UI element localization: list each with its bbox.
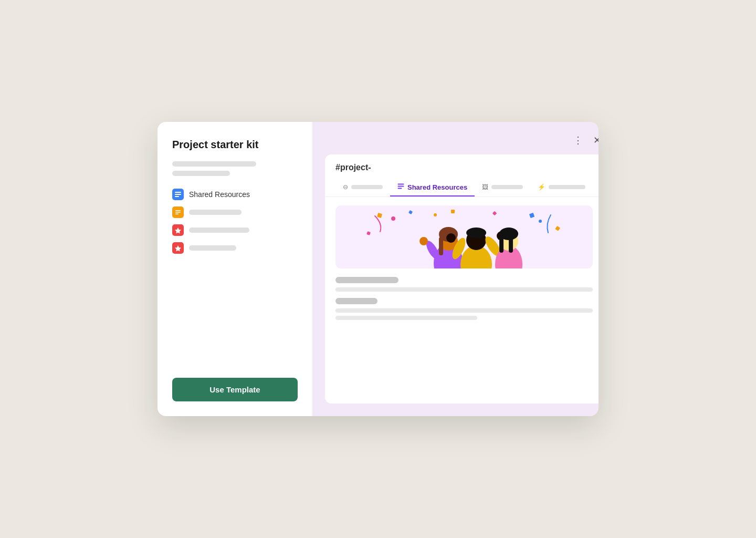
tab-4-skeleton [549, 185, 585, 189]
left-panel: Project starter kit Shared Resources [158, 122, 312, 416]
tab-3[interactable]: 🖼 [475, 179, 530, 196]
more-icon: ⋮ [573, 134, 583, 146]
tab-1[interactable]: ⊖ [335, 179, 390, 196]
content-title-1 [335, 277, 398, 283]
tab-shared-resources-icon [397, 183, 404, 191]
preview-window: #project- ⊖ [325, 154, 598, 404]
svg-rect-4 [175, 212, 181, 213]
tab-shared-resources-label: Shared Resources [407, 183, 467, 191]
svg-rect-1 [175, 194, 181, 195]
list-item[interactable]: Shared Resources [172, 189, 298, 200]
svg-rect-3 [175, 210, 181, 211]
list-item[interactable] [172, 206, 298, 218]
shared-resources-icon [172, 189, 184, 200]
svg-rect-38 [499, 236, 503, 253]
item-3-icon [172, 224, 184, 236]
tab-1-skeleton [351, 185, 383, 189]
skeleton-text-3 [189, 227, 249, 233]
preview-tabs: ⊖ Shared Resources [335, 179, 593, 196]
svg-marker-6 [175, 227, 181, 234]
svg-rect-39 [509, 236, 513, 253]
right-panel: ⋮ ✕ #project- ⊖ [312, 122, 598, 416]
svg-rect-10 [398, 188, 402, 189]
svg-rect-5 [175, 214, 178, 215]
preview-channel-bar: #project- ⊖ [325, 154, 598, 197]
svg-point-19 [391, 216, 395, 221]
content-block-2 [335, 298, 593, 320]
svg-rect-8 [398, 184, 404, 185]
svg-rect-0 [175, 192, 181, 193]
close-button[interactable]: ✕ [591, 132, 598, 148]
svg-rect-2 [175, 196, 179, 197]
sidebar-item-label: Shared Resources [189, 190, 250, 199]
sidebar-items-list: Shared Resources [172, 189, 298, 378]
modal-container: Project starter kit Shared Resources [158, 122, 598, 416]
content-title-2 [335, 298, 377, 304]
close-icon: ✕ [593, 134, 598, 146]
svg-rect-14 [451, 210, 455, 213]
tab-3-icon: 🖼 [482, 183, 488, 191]
svg-point-30 [466, 227, 486, 238]
modal-title: Project starter kit [172, 139, 298, 151]
list-item[interactable] [172, 224, 298, 236]
svg-point-27 [419, 237, 428, 245]
celebration-banner [335, 205, 593, 268]
skeleton-lines [172, 161, 298, 176]
content-line-2 [335, 308, 593, 313]
skeleton-line-2 [172, 171, 230, 176]
skeleton-text-4 [189, 245, 236, 251]
svg-point-20 [539, 220, 542, 223]
use-template-button[interactable]: Use Template [172, 378, 298, 401]
tab-3-skeleton [491, 185, 523, 189]
svg-rect-25 [439, 237, 443, 255]
content-line-1 [335, 287, 593, 292]
list-item[interactable] [172, 242, 298, 254]
svg-point-33 [446, 233, 456, 243]
tab-shared-resources[interactable]: Shared Resources [390, 179, 475, 196]
more-options-button[interactable]: ⋮ [571, 132, 585, 148]
content-block-1 [335, 277, 593, 292]
svg-rect-9 [398, 186, 404, 187]
item-2-icon [172, 206, 184, 218]
skeleton-line-1 [172, 161, 256, 167]
preview-content [325, 197, 598, 404]
channel-name: #project- [335, 163, 593, 172]
skeleton-text-2 [189, 210, 242, 215]
right-panel-header: ⋮ ✕ [325, 132, 598, 148]
svg-point-21 [434, 213, 437, 216]
tab-1-icon: ⊖ [343, 183, 348, 191]
tab-4[interactable]: ⚡ [530, 179, 593, 196]
svg-marker-7 [175, 245, 181, 252]
tab-4-icon: ⚡ [538, 183, 545, 191]
content-line-3 [335, 316, 477, 320]
item-4-icon [172, 242, 184, 254]
